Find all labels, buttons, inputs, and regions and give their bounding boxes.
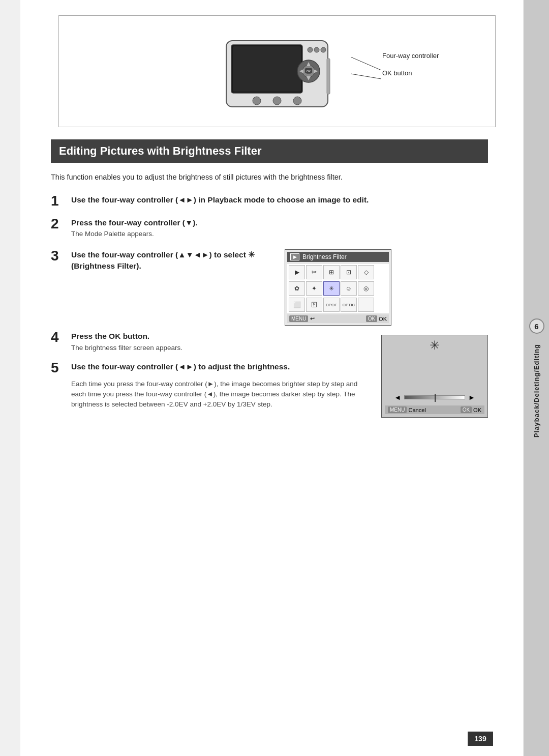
svg-text:OK: OK	[307, 70, 311, 73]
step-5-number: 5	[51, 360, 71, 376]
brightness-cancel-label: Cancel	[408, 407, 425, 413]
step-5: 5 Use the four-way controller (◄►) to ad…	[51, 361, 371, 376]
step-3-content: Use the four-way controller (▲▼◄►) to se…	[71, 249, 274, 273]
step-2: 2 Press the four-way controller (▼). The…	[51, 217, 488, 242]
svg-line-19	[351, 57, 381, 70]
step-3-number: 3	[51, 248, 71, 264]
step-2-subtitle: The Mode Palette appears.	[71, 229, 488, 239]
palette-cell-star: ✦	[306, 281, 322, 296]
palette-footer-left: MENU ↩	[289, 315, 315, 322]
step-45-row: 4 Press the OK button. The brightness fi…	[51, 331, 488, 418]
brightness-slider-area: ◄ ►	[385, 393, 484, 401]
palette-cell-play: ▶	[289, 265, 305, 279]
palette-cell-trim: ✂	[306, 265, 322, 279]
palette-ok-btn[interactable]: OK	[366, 315, 377, 322]
step-3: 3 Use the four-way controller (▲▼◄►) to …	[51, 249, 274, 273]
palette-play-icon: ▶	[290, 253, 299, 260]
palette-cell-face: ☺	[341, 281, 357, 296]
brightness-footer-right: OK OK	[461, 406, 481, 413]
svg-point-4	[314, 47, 319, 52]
svg-point-3	[308, 47, 313, 52]
palette-cell-grid: ⊞	[323, 265, 340, 279]
brightness-ok-label: OK	[473, 407, 481, 413]
callout-fourway: Four-way controller	[382, 52, 439, 60]
step-2-number: 2	[51, 216, 71, 232]
brightness-ok-btn[interactable]: OK	[461, 406, 472, 413]
step-4-number: 4	[51, 330, 71, 345]
section-heading: Editing Pictures with Brightness Filter	[51, 139, 488, 163]
step-2-content: Press the four-way controller (▼). The M…	[71, 217, 488, 242]
intro-text: This function enables you to adjust the …	[51, 172, 488, 183]
step-1-content: Use the four-way controller (◄►) in Play…	[71, 194, 488, 207]
palette-cell-protect: ◇	[358, 265, 374, 279]
callout-ok: OK button	[382, 69, 412, 77]
svg-rect-18	[327, 59, 330, 94]
svg-point-17	[293, 97, 301, 105]
palette-cell-frame: ⬜	[289, 298, 305, 312]
sidebar-tab: 6 Playback/Deleting/Editing	[524, 0, 549, 756]
slider-left-arrow: ◄	[394, 393, 401, 401]
svg-point-15	[253, 97, 261, 105]
palette-footer-right: OK OK	[366, 315, 387, 322]
palette-cell-share: ⊡	[341, 265, 357, 279]
step-4-subtitle: The brightness filter screen appears.	[71, 343, 371, 353]
brightness-screen: ✳ ◄ ► MENU Cancel	[381, 335, 488, 418]
brightness-footer: MENU Cancel OK OK	[385, 405, 484, 414]
step-3-palette: ▶ Brightness Filter ▶ ✂ ⊞ ⊡ ◇ ✿ ✦	[285, 249, 391, 326]
palette-footer: MENU ↩ OK OK	[287, 314, 389, 323]
brightness-slider[interactable]	[404, 395, 465, 399]
step-45-left: 4 Press the OK button. The brightness fi…	[51, 331, 371, 410]
palette-cell-optic: OPTIC	[341, 298, 357, 312]
svg-rect-2	[233, 46, 301, 92]
brightness-footer-left: MENU Cancel	[388, 406, 426, 413]
palette-back-icon: ↩	[310, 315, 315, 322]
steps-container: 1 Use the four-way controller (◄►) in Pl…	[51, 194, 488, 418]
slider-right-arrow: ►	[468, 393, 475, 401]
step-4-title: Press the OK button.	[71, 331, 371, 342]
mode-palette-box: ▶ Brightness Filter ▶ ✂ ⊞ ⊡ ◇ ✿ ✦	[285, 249, 391, 326]
palette-cell-empty	[358, 298, 374, 312]
step-5-content: Use the four-way controller (◄►) to adju…	[71, 361, 371, 374]
step-3-row: 3 Use the four-way controller (▲▼◄►) to …	[51, 249, 488, 326]
step-3-title: Use the four-way controller (▲▼◄►) to se…	[71, 249, 274, 271]
palette-cell-brightness: ✳	[323, 281, 340, 296]
step-5-title: Use the four-way controller (◄►) to adju…	[71, 361, 371, 372]
svg-line-20	[351, 74, 381, 79]
palette-cell-dpof: DPOF	[323, 298, 340, 312]
camera-svg: OK	[211, 31, 343, 112]
step-1-number: 1	[51, 193, 71, 209]
palette-menu-btn[interactable]: MENU	[289, 315, 308, 322]
page-number: 139	[468, 732, 493, 746]
palette-ok-label: OK	[379, 316, 387, 322]
step-45-right: ✳ ◄ ► MENU Cancel	[381, 331, 488, 418]
svg-point-5	[321, 47, 326, 52]
palette-cell-key: ⚿	[306, 298, 322, 312]
sidebar-circle: 6	[529, 318, 544, 334]
step-1: 1 Use the four-way controller (◄►) in Pl…	[51, 194, 488, 209]
brightness-menu-btn[interactable]: MENU	[388, 406, 407, 413]
palette-header-text: Brightness Filter	[302, 253, 347, 260]
step-1-title: Use the four-way controller (◄►) in Play…	[71, 194, 488, 206]
page-container: OK Four-way controller OK button	[20, 0, 529, 756]
camera-diagram: OK Four-way controller OK button	[58, 15, 496, 127]
palette-cell-eye: ◎	[358, 281, 374, 296]
step-4: 4 Press the OK button. The brightness fi…	[51, 331, 371, 355]
palette-cell-fx: ✿	[289, 281, 305, 296]
svg-point-16	[273, 97, 281, 105]
step-3-left: 3 Use the four-way controller (▲▼◄►) to …	[51, 249, 274, 281]
palette-header: ▶ Brightness Filter	[287, 252, 389, 262]
step-2-title: Press the four-way controller (▼).	[71, 217, 488, 228]
brightness-icon: ✳	[385, 338, 484, 353]
sidebar-label: Playback/Deleting/Editing	[533, 344, 540, 438]
step-4-content: Press the OK button. The brightness filt…	[71, 331, 371, 355]
step-5-body: Each time you press the four-way control…	[71, 379, 371, 410]
